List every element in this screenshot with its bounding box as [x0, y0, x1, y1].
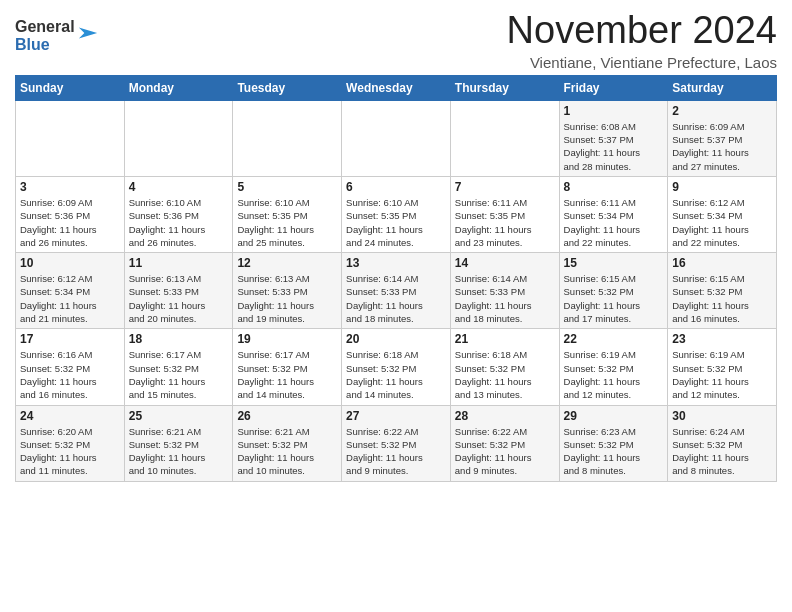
- day-number: 3: [20, 180, 120, 194]
- day-info: Sunrise: 6:14 AMSunset: 5:33 PMDaylight:…: [455, 272, 555, 325]
- day-number: 25: [129, 409, 229, 423]
- day-info: Sunrise: 6:22 AMSunset: 5:32 PMDaylight:…: [346, 425, 446, 478]
- calendar-cell: [450, 100, 559, 176]
- calendar-week-row: 3Sunrise: 6:09 AMSunset: 5:36 PMDaylight…: [16, 176, 777, 252]
- day-info: Sunrise: 6:23 AMSunset: 5:32 PMDaylight:…: [564, 425, 664, 478]
- day-info: Sunrise: 6:15 AMSunset: 5:32 PMDaylight:…: [564, 272, 664, 325]
- calendar-cell: 4Sunrise: 6:10 AMSunset: 5:36 PMDaylight…: [124, 176, 233, 252]
- day-number: 16: [672, 256, 772, 270]
- day-info: Sunrise: 6:13 AMSunset: 5:33 PMDaylight:…: [129, 272, 229, 325]
- day-number: 19: [237, 332, 337, 346]
- calendar-header-row: SundayMondayTuesdayWednesdayThursdayFrid…: [16, 75, 777, 100]
- column-header-tuesday: Tuesday: [233, 75, 342, 100]
- month-title: November 2024: [507, 10, 777, 52]
- calendar-cell: [233, 100, 342, 176]
- calendar-week-row: 10Sunrise: 6:12 AMSunset: 5:34 PMDayligh…: [16, 253, 777, 329]
- calendar-cell: 3Sunrise: 6:09 AMSunset: 5:36 PMDaylight…: [16, 176, 125, 252]
- day-info: Sunrise: 6:12 AMSunset: 5:34 PMDaylight:…: [672, 196, 772, 249]
- calendar-cell: 6Sunrise: 6:10 AMSunset: 5:35 PMDaylight…: [342, 176, 451, 252]
- day-info: Sunrise: 6:19 AMSunset: 5:32 PMDaylight:…: [564, 348, 664, 401]
- calendar-cell: [16, 100, 125, 176]
- column-header-sunday: Sunday: [16, 75, 125, 100]
- day-number: 30: [672, 409, 772, 423]
- day-number: 26: [237, 409, 337, 423]
- day-number: 27: [346, 409, 446, 423]
- day-info: Sunrise: 6:18 AMSunset: 5:32 PMDaylight:…: [346, 348, 446, 401]
- day-info: Sunrise: 6:21 AMSunset: 5:32 PMDaylight:…: [129, 425, 229, 478]
- calendar-cell: 15Sunrise: 6:15 AMSunset: 5:32 PMDayligh…: [559, 253, 668, 329]
- day-number: 18: [129, 332, 229, 346]
- day-info: Sunrise: 6:09 AMSunset: 5:37 PMDaylight:…: [672, 120, 772, 173]
- day-number: 15: [564, 256, 664, 270]
- day-number: 4: [129, 180, 229, 194]
- calendar-cell: 27Sunrise: 6:22 AMSunset: 5:32 PMDayligh…: [342, 405, 451, 481]
- calendar-cell: 14Sunrise: 6:14 AMSunset: 5:33 PMDayligh…: [450, 253, 559, 329]
- day-info: Sunrise: 6:08 AMSunset: 5:37 PMDaylight:…: [564, 120, 664, 173]
- calendar-cell: 29Sunrise: 6:23 AMSunset: 5:32 PMDayligh…: [559, 405, 668, 481]
- day-number: 12: [237, 256, 337, 270]
- day-number: 1: [564, 104, 664, 118]
- column-header-wednesday: Wednesday: [342, 75, 451, 100]
- day-info: Sunrise: 6:10 AMSunset: 5:35 PMDaylight:…: [346, 196, 446, 249]
- logo-arrow-icon: [77, 22, 99, 44]
- day-number: 7: [455, 180, 555, 194]
- calendar-week-row: 1Sunrise: 6:08 AMSunset: 5:37 PMDaylight…: [16, 100, 777, 176]
- calendar-cell: 2Sunrise: 6:09 AMSunset: 5:37 PMDaylight…: [668, 100, 777, 176]
- day-number: 8: [564, 180, 664, 194]
- calendar-cell: 9Sunrise: 6:12 AMSunset: 5:34 PMDaylight…: [668, 176, 777, 252]
- calendar-cell: 12Sunrise: 6:13 AMSunset: 5:33 PMDayligh…: [233, 253, 342, 329]
- calendar-cell: 26Sunrise: 6:21 AMSunset: 5:32 PMDayligh…: [233, 405, 342, 481]
- column-header-thursday: Thursday: [450, 75, 559, 100]
- day-info: Sunrise: 6:18 AMSunset: 5:32 PMDaylight:…: [455, 348, 555, 401]
- calendar-cell: 30Sunrise: 6:24 AMSunset: 5:32 PMDayligh…: [668, 405, 777, 481]
- day-number: 6: [346, 180, 446, 194]
- page-header: General Blue November 2024 Vientiane, Vi…: [15, 10, 777, 71]
- day-info: Sunrise: 6:11 AMSunset: 5:34 PMDaylight:…: [564, 196, 664, 249]
- calendar-cell: 1Sunrise: 6:08 AMSunset: 5:37 PMDaylight…: [559, 100, 668, 176]
- calendar-cell: 28Sunrise: 6:22 AMSunset: 5:32 PMDayligh…: [450, 405, 559, 481]
- calendar-cell: [124, 100, 233, 176]
- day-info: Sunrise: 6:10 AMSunset: 5:35 PMDaylight:…: [237, 196, 337, 249]
- day-number: 17: [20, 332, 120, 346]
- day-number: 21: [455, 332, 555, 346]
- calendar-cell: 21Sunrise: 6:18 AMSunset: 5:32 PMDayligh…: [450, 329, 559, 405]
- title-area: November 2024 Vientiane, Vientiane Prefe…: [507, 10, 777, 71]
- day-number: 22: [564, 332, 664, 346]
- calendar-cell: 25Sunrise: 6:21 AMSunset: 5:32 PMDayligh…: [124, 405, 233, 481]
- calendar-cell: 7Sunrise: 6:11 AMSunset: 5:35 PMDaylight…: [450, 176, 559, 252]
- day-info: Sunrise: 6:21 AMSunset: 5:32 PMDaylight:…: [237, 425, 337, 478]
- calendar-week-row: 17Sunrise: 6:16 AMSunset: 5:32 PMDayligh…: [16, 329, 777, 405]
- column-header-monday: Monday: [124, 75, 233, 100]
- day-number: 10: [20, 256, 120, 270]
- calendar-cell: 19Sunrise: 6:17 AMSunset: 5:32 PMDayligh…: [233, 329, 342, 405]
- calendar-table: SundayMondayTuesdayWednesdayThursdayFrid…: [15, 75, 777, 482]
- day-number: 28: [455, 409, 555, 423]
- day-number: 11: [129, 256, 229, 270]
- calendar-cell: 20Sunrise: 6:18 AMSunset: 5:32 PMDayligh…: [342, 329, 451, 405]
- day-info: Sunrise: 6:13 AMSunset: 5:33 PMDaylight:…: [237, 272, 337, 325]
- calendar-cell: 22Sunrise: 6:19 AMSunset: 5:32 PMDayligh…: [559, 329, 668, 405]
- calendar-cell: 8Sunrise: 6:11 AMSunset: 5:34 PMDaylight…: [559, 176, 668, 252]
- day-number: 13: [346, 256, 446, 270]
- column-header-friday: Friday: [559, 75, 668, 100]
- calendar-cell: [342, 100, 451, 176]
- calendar-cell: 17Sunrise: 6:16 AMSunset: 5:32 PMDayligh…: [16, 329, 125, 405]
- logo-blue-text: Blue: [15, 36, 75, 54]
- day-number: 9: [672, 180, 772, 194]
- day-info: Sunrise: 6:24 AMSunset: 5:32 PMDaylight:…: [672, 425, 772, 478]
- calendar-cell: 23Sunrise: 6:19 AMSunset: 5:32 PMDayligh…: [668, 329, 777, 405]
- day-info: Sunrise: 6:20 AMSunset: 5:32 PMDaylight:…: [20, 425, 120, 478]
- day-number: 24: [20, 409, 120, 423]
- day-info: Sunrise: 6:16 AMSunset: 5:32 PMDaylight:…: [20, 348, 120, 401]
- day-info: Sunrise: 6:17 AMSunset: 5:32 PMDaylight:…: [237, 348, 337, 401]
- calendar-week-row: 24Sunrise: 6:20 AMSunset: 5:32 PMDayligh…: [16, 405, 777, 481]
- day-info: Sunrise: 6:09 AMSunset: 5:36 PMDaylight:…: [20, 196, 120, 249]
- logo-general-text: General: [15, 18, 75, 36]
- calendar-cell: 13Sunrise: 6:14 AMSunset: 5:33 PMDayligh…: [342, 253, 451, 329]
- day-info: Sunrise: 6:17 AMSunset: 5:32 PMDaylight:…: [129, 348, 229, 401]
- day-number: 29: [564, 409, 664, 423]
- column-header-saturday: Saturday: [668, 75, 777, 100]
- day-number: 23: [672, 332, 772, 346]
- svg-marker-0: [78, 28, 96, 39]
- day-info: Sunrise: 6:11 AMSunset: 5:35 PMDaylight:…: [455, 196, 555, 249]
